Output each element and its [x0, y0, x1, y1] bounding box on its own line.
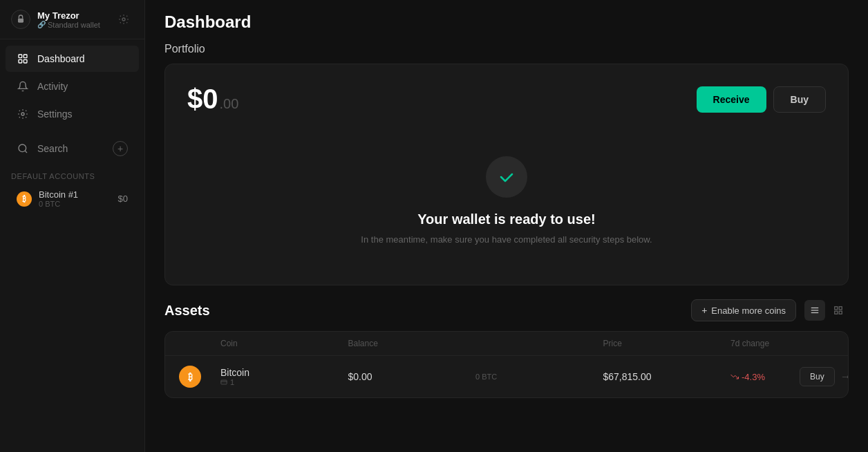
- svg-rect-11: [835, 307, 838, 310]
- portfolio-center: Your wallet is ready to use! In the mean…: [187, 142, 826, 265]
- sidebar-header-left: My Trezor 🔗 Standard wallet: [11, 10, 100, 29]
- balance-crypto-cell: 0 BTC: [475, 373, 603, 381]
- assets-title: Assets: [164, 303, 210, 319]
- coin-name: Bitcoin: [220, 367, 348, 378]
- btc-avatar: ₿: [17, 191, 32, 207]
- header-change: 7d change: [730, 339, 800, 348]
- svg-rect-14: [839, 311, 842, 314]
- link-icon: 🔗: [37, 21, 46, 28]
- sidebar-item-label: Dashboard: [37, 53, 85, 64]
- svg-rect-2: [19, 55, 22, 58]
- sidebar-item-settings[interactable]: Settings: [6, 101, 139, 127]
- sidebar-item-activity[interactable]: Activity: [6, 73, 139, 100]
- sidebar-nav: Dashboard Activity Settings: [0, 39, 144, 133]
- buy-button[interactable]: Buy: [773, 86, 826, 113]
- portfolio-balance: $0 .00: [187, 84, 238, 115]
- coin-avatar-cell: ₿: [179, 366, 220, 388]
- checkmark-circle: [486, 156, 527, 198]
- row-actions: Buy →: [800, 367, 834, 386]
- search-item[interactable]: Search +: [6, 134, 139, 163]
- svg-point-1: [122, 18, 125, 21]
- main-content: Dashboard Portfolio $0 .00 Receive Buy Y…: [145, 0, 868, 452]
- sidebar-header: My Trezor 🔗 Standard wallet: [0, 0, 144, 39]
- ready-subtitle: In the meantime, make sure you have comp…: [361, 234, 652, 245]
- add-icon[interactable]: +: [113, 141, 128, 156]
- header-empty2: [475, 339, 603, 348]
- settings-icon[interactable]: [114, 10, 133, 29]
- assets-controls: + Enable more coins: [691, 299, 849, 321]
- header-coin: Coin: [220, 339, 348, 348]
- sidebar: My Trezor 🔗 Standard wallet: [0, 0, 145, 452]
- sidebar-title-group: My Trezor 🔗 Standard wallet: [37, 10, 100, 29]
- coin-info: Bitcoin 1: [220, 367, 348, 386]
- svg-rect-12: [839, 307, 842, 310]
- search-icon: [17, 142, 29, 155]
- coin-avatar-bitcoin: ₿: [179, 366, 201, 388]
- balance-usd-cell: $0.00: [348, 371, 476, 382]
- header-actions: [800, 339, 834, 348]
- grid-view-button[interactable]: [828, 300, 849, 321]
- assets-section: Assets + Enable more coins: [145, 285, 868, 412]
- portfolio-card: $0 .00 Receive Buy Your wallet is ready …: [164, 64, 849, 285]
- row-arrow-icon[interactable]: →: [840, 370, 849, 383]
- dashboard-icon: [17, 53, 29, 65]
- svg-rect-3: [23, 55, 27, 58]
- account-name: Bitcoin #1: [39, 189, 78, 200]
- table-header: Coin Balance Price 7d change: [165, 332, 848, 356]
- portfolio-top: $0 .00 Receive Buy: [187, 84, 826, 115]
- account-balance-sub: 0 BTC: [39, 200, 78, 208]
- account-value: $0: [118, 194, 128, 204]
- balance-main: $0: [187, 84, 218, 115]
- activity-icon: [17, 80, 29, 93]
- search-label: Search: [37, 143, 68, 154]
- coin-balance-usd: $0.00: [348, 371, 476, 382]
- portfolio-actions: Receive Buy: [697, 86, 826, 113]
- account-item-bitcoin[interactable]: ₿ Bitcoin #1 0 BTC $0: [6, 184, 139, 214]
- svg-rect-13: [835, 311, 838, 314]
- page-title: Dashboard: [164, 12, 849, 32]
- enable-more-button[interactable]: + Enable more coins: [691, 299, 796, 321]
- list-view-button[interactable]: [804, 300, 825, 321]
- coin-balance-crypto: 0 BTC: [475, 373, 603, 381]
- sidebar-item-label: Activity: [37, 81, 68, 92]
- coin-price: $67,815.00: [603, 371, 731, 382]
- sidebar-item-label: Settings: [37, 109, 73, 120]
- table-row[interactable]: ₿ Bitcoin 1 $0.00 0 BTC: [165, 356, 848, 397]
- wallet-type: 🔗 Standard wallet: [37, 21, 100, 29]
- main-header: Dashboard: [145, 0, 868, 37]
- portfolio-section-label: Portfolio: [145, 37, 868, 61]
- header-price: Price: [603, 339, 731, 348]
- change-value: -4.3%: [730, 372, 800, 382]
- receive-button[interactable]: Receive: [697, 86, 766, 113]
- plus-icon: +: [701, 305, 707, 316]
- row-buy-button[interactable]: Buy: [800, 367, 835, 386]
- accounts-section-label: Default accounts: [0, 167, 144, 183]
- sidebar-item-dashboard[interactable]: Dashboard: [6, 46, 139, 72]
- svg-rect-5: [23, 59, 27, 63]
- search-left: Search: [17, 142, 68, 155]
- trezor-logo: [11, 10, 30, 29]
- balance-decimal: .00: [220, 96, 239, 112]
- coin-accounts: 1: [220, 378, 348, 386]
- app-name: My Trezor: [37, 10, 100, 21]
- account-item-left: ₿ Bitcoin #1 0 BTC: [17, 189, 78, 208]
- svg-point-6: [21, 113, 24, 115]
- ready-title: Your wallet is ready to use!: [417, 211, 595, 227]
- svg-rect-15: [221, 380, 227, 384]
- header-empty: [179, 339, 220, 348]
- settings-nav-icon: [17, 108, 29, 120]
- account-info: Bitcoin #1 0 BTC: [39, 189, 78, 208]
- svg-point-7: [19, 144, 26, 152]
- assets-table: Coin Balance Price 7d change ₿ Bitcoin: [164, 331, 849, 398]
- assets-header: Assets + Enable more coins: [164, 299, 849, 321]
- header-balance: Balance: [348, 339, 476, 348]
- svg-rect-4: [19, 59, 22, 63]
- view-toggle: [804, 300, 849, 321]
- svg-rect-0: [18, 19, 23, 23]
